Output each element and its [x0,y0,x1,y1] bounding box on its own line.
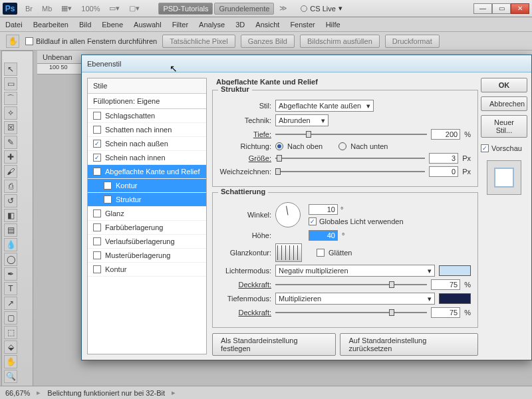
size-slider[interactable] [275,154,425,163]
menu-bearbeiten[interactable]: Bearbeiten [33,21,68,29]
hand-tool-icon[interactable]: ✋ [6,35,19,48]
menu-datei[interactable]: Datei [5,21,23,29]
shape-tool[interactable]: ▢ [4,311,17,325]
scroll-all-checkbox[interactable]: Bildlauf in allen Fenstern durchführen [25,37,157,45]
angle-picker[interactable] [275,202,301,227]
minimize-button[interactable]: — [473,3,492,14]
wand-tool[interactable]: ✧ [4,106,17,120]
style-checkbox[interactable] [93,223,101,231]
style-item-3[interactable]: Schein nach innen [88,151,206,165]
workspace-tab-grund[interactable]: Grundelemente [214,3,274,15]
tiefe-slider[interactable] [275,130,427,139]
cancel-button[interactable]: Abbrechen [481,96,527,111]
soft-slider[interactable] [275,167,425,176]
hoehe-value[interactable]: 40 [309,230,338,241]
style-item-8[interactable]: Farbüberlagerung [88,221,206,235]
zoom-tool[interactable]: 🔍 [4,370,17,383]
style-item-1[interactable]: Schatten nach innen [88,123,206,137]
close-button[interactable]: ✕ [511,3,529,14]
path-tool[interactable]: ↗ [4,297,17,310]
menu-hilfe[interactable]: Hilfe [326,21,340,29]
lasso-tool[interactable]: ⌒ [4,92,17,105]
smooth-checkbox[interactable] [317,249,325,257]
up-radio[interactable] [275,142,283,150]
shadow-opac-slider[interactable] [275,308,427,317]
light-opac-slider[interactable] [275,280,427,289]
style-checkbox[interactable] [93,209,101,217]
style-item-9[interactable]: Verlaufsüberlagerung [88,235,206,249]
menu-filter[interactable]: Filter [172,21,188,29]
shadow-color[interactable] [439,293,471,304]
style-checkbox[interactable] [93,112,101,120]
type-tool[interactable]: T [4,282,17,295]
style-checkbox[interactable] [93,168,101,176]
workspace-tab-psd[interactable]: PSD-Tutorials [158,3,213,15]
style-checkbox[interactable] [93,237,101,245]
style-checkbox[interactable] [93,265,101,273]
fill-screen-button[interactable]: Bildschirm ausfüllen [300,35,380,48]
style-item-11[interactable]: Kontur [88,263,206,277]
hand-tool[interactable]: ✋ [4,355,17,368]
ok-button[interactable]: OK [481,78,527,92]
style-item-2[interactable]: Schein nach außen [88,137,206,151]
styles-header[interactable]: Stile [88,78,206,94]
menu-fenster[interactable]: Fenster [290,21,315,29]
zoom-readout[interactable]: 100% [77,3,104,14]
blending-options[interactable]: Fülloptionen: Eigene [88,94,206,109]
actual-pixels-button[interactable]: Tatsächliche Pixel [162,35,235,48]
soft-value[interactable]: 0 [429,166,458,177]
heal-tool[interactable]: ✚ [4,150,17,164]
preview-checkbox[interactable] [481,144,489,152]
arrange-icon[interactable]: ▭▾ [105,3,124,14]
gloss-contour[interactable] [275,243,302,262]
cslive-button[interactable]: CS Live ▾ [301,4,342,13]
marquee-tool[interactable]: ▭ [4,77,17,90]
style-checkbox[interactable] [93,140,101,148]
style-item-6[interactable]: Struktur [88,193,206,207]
status-zoom[interactable]: 66,67% [5,389,30,397]
history-tool[interactable]: ↺ [4,194,17,207]
blur-tool[interactable]: 💧 [4,238,17,251]
technik-dropdown[interactable]: Abrunden [275,114,329,126]
style-item-0[interactable]: Schlagschatten [88,109,206,123]
shadow-opac-value[interactable]: 75 [431,307,460,318]
minibridge-button[interactable]: Mb [38,3,56,14]
menu-3d[interactable]: 3D [235,21,245,29]
gradient-tool[interactable]: ▤ [4,223,17,237]
menu-bild[interactable]: Bild [79,21,91,29]
light-opac-value[interactable]: 75 [431,279,460,290]
menu-ebene[interactable]: Ebene [102,21,123,29]
bridge-button[interactable]: Br [21,3,37,14]
document-tab[interactable]: Unbenan [43,53,72,61]
dodge-tool[interactable]: ◯ [4,253,17,266]
pen-tool[interactable]: ✒ [4,267,17,281]
reset-default-button[interactable]: Auf Standardeinstellung zurücksetzen [340,333,478,356]
view-extras-icon[interactable]: ▦▾ [57,3,76,14]
style-item-5[interactable]: Kontur [88,179,206,193]
menu-ansicht[interactable]: Ansicht [255,21,279,29]
brush-tool[interactable]: 🖌 [4,165,17,178]
crop-tool[interactable]: ☒ [4,121,17,134]
eraser-tool[interactable]: ◧ [4,209,17,222]
menu-analyse[interactable]: Analyse [199,21,225,29]
style-checkbox[interactable] [104,182,112,190]
eyedropper-tool[interactable]: ✎ [4,136,17,149]
print-size-button[interactable]: Druckformat [385,35,440,48]
menu-auswahl[interactable]: Auswahl [134,21,162,29]
size-value[interactable]: 3 [429,153,458,164]
maximize-button[interactable]: ▭ [492,3,511,14]
set-default-button[interactable]: Als Standardeinstellung festlegen [212,333,336,356]
winkel-value[interactable]: 10 [309,204,338,215]
stil-dropdown[interactable]: Abgeflachte Kante außen [275,100,374,112]
screenmode-icon[interactable]: ▢▾ [125,3,144,14]
tiefe-value[interactable]: 200 [431,129,460,140]
shadowmode-dropdown[interactable]: Multiplizieren [275,293,435,305]
more-icon[interactable]: ≫ [275,3,291,14]
move-tool[interactable]: ↖ [4,63,17,76]
fit-screen-button[interactable]: Ganzes Bild [241,35,295,48]
new-style-button[interactable]: Neuer Stil... [481,115,527,138]
light-color[interactable] [439,265,471,276]
style-item-10[interactable]: Musterüberlagerung [88,249,206,263]
3d-cam-tool[interactable]: ⬙ [4,340,17,354]
down-radio[interactable] [338,142,346,150]
